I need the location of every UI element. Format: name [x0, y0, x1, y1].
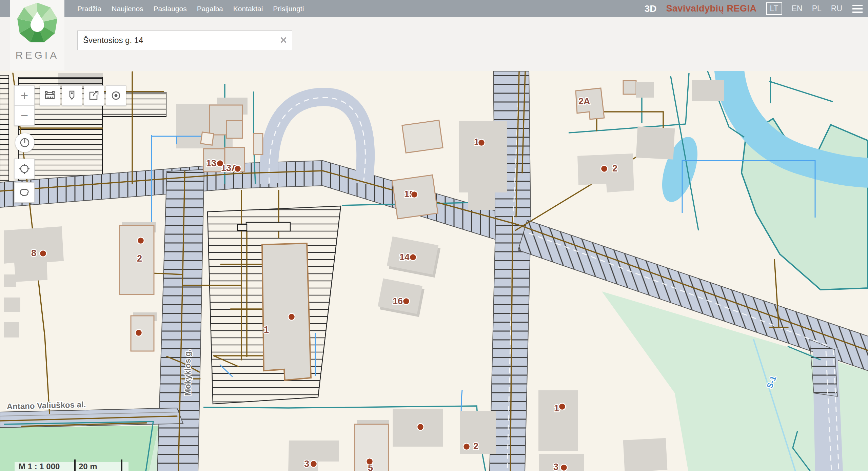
map-canvas[interactable]: 13 13A 2A 1 15 2 8 2 14 16 1 3 5 2 1 3 A…	[0, 71, 868, 471]
history-button[interactable]	[15, 133, 35, 152]
building-label: 3	[553, 462, 558, 471]
nav-menu: Pradžia Naujienos Paslaugos Pagalba Kont…	[77, 0, 304, 17]
lang-ru[interactable]: RU	[831, 4, 842, 13]
regia-logo-text: REGIA	[16, 49, 59, 61]
building-label: 1	[554, 403, 559, 413]
building-label: 14	[399, 252, 410, 262]
map-pin-icon	[66, 90, 78, 101]
nav-item-kontaktai[interactable]: Kontaktai	[233, 5, 263, 13]
building-label: 1	[264, 325, 269, 335]
building-label: 2	[612, 163, 617, 173]
nav-item-pagalba[interactable]: Pagalba	[197, 5, 223, 13]
zoom-out-button[interactable]: −	[14, 105, 35, 126]
share-icon	[88, 90, 100, 101]
savivaldybiu-regia-link[interactable]: Savivaldybių REGIA	[666, 3, 756, 14]
building-label: 2	[137, 253, 142, 264]
clock-icon	[19, 137, 31, 148]
nav-item-naujienos[interactable]: Naujienos	[112, 5, 143, 13]
crosshair-button[interactable]	[14, 159, 35, 179]
scale-ratio-text: M 1 : 1 000	[19, 462, 60, 471]
map-scale-bar: 20 m	[74, 462, 129, 471]
building-label: 13	[206, 158, 216, 168]
view-3d-button[interactable]: 3D	[645, 3, 657, 14]
locate-button[interactable]	[106, 85, 126, 106]
lang-pl[interactable]: PL	[812, 4, 822, 13]
target-dot-icon	[110, 90, 122, 101]
nav-item-prisijungti[interactable]: Prisijungti	[273, 5, 304, 13]
building-label: 8	[31, 248, 36, 258]
lang-en[interactable]: EN	[792, 4, 803, 13]
search-box: ✕	[77, 30, 292, 50]
zoom-in-button[interactable]: +	[14, 85, 35, 106]
marker-button[interactable]	[62, 85, 82, 106]
scale-bar-tick-right	[121, 459, 122, 471]
measure-button[interactable]	[40, 85, 60, 106]
building-label: 3	[304, 459, 309, 469]
regia-gem-icon	[15, 0, 59, 47]
nav-item-pradzia[interactable]: Pradžia	[77, 5, 101, 13]
share-button[interactable]	[84, 85, 104, 106]
nav-item-paslaugos[interactable]: Paslaugos	[154, 5, 187, 13]
crosshair-icon	[19, 163, 30, 175]
building-label: 2	[473, 441, 478, 451]
regia-logo[interactable]: REGIA	[10, 0, 64, 70]
scale-bar-text: 20 m	[79, 462, 97, 471]
search-clear-icon[interactable]: ✕	[275, 35, 292, 46]
lithuania-extent-button[interactable]	[14, 182, 35, 203]
scale-bar-tick-left	[74, 459, 76, 471]
top-navbar: Pradžia Naujienos Paslaugos Pagalba Kont…	[0, 0, 868, 17]
building-label: 2A	[578, 96, 590, 106]
lang-lt[interactable]: LT	[766, 2, 782, 15]
map-scale-ratio: M 1 : 1 000	[15, 462, 76, 471]
building-label: 16	[393, 296, 403, 306]
search-input[interactable]	[78, 36, 275, 45]
hamburger-menu-icon[interactable]	[852, 3, 863, 14]
lithuania-outline-icon	[18, 187, 31, 198]
street-label-mokyklos: Mokyklos g.	[183, 349, 192, 396]
ruler-icon	[44, 90, 56, 101]
nav-right-cluster: 3D Savivaldybių REGIA LT EN PL RU	[645, 0, 863, 17]
